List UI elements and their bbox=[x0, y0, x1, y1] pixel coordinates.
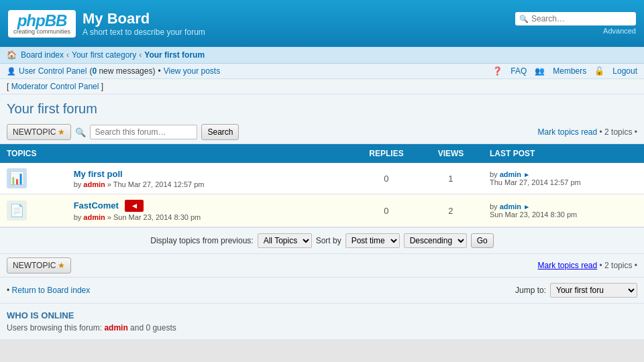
advanced-search-link[interactable]: Advanced bbox=[603, 27, 636, 35]
site-title-area: My Board A short text to describe your f… bbox=[83, 10, 205, 37]
col-header-lastpost: LAST POST bbox=[483, 144, 644, 163]
user-icon: 👤 bbox=[7, 67, 16, 76]
logout-link[interactable]: Logout bbox=[612, 66, 637, 76]
bottom-new-topic-star: ★ bbox=[58, 261, 65, 270]
new-topic-button[interactable]: NEWTOPIC★ bbox=[7, 124, 71, 140]
topic-title-link[interactable]: My first poll bbox=[74, 169, 123, 179]
topic-by: by admin » Thu Mar 27, 2014 12:57 pm bbox=[74, 180, 347, 188]
jump-to-area: Jump to: Your first foru bbox=[515, 283, 637, 298]
topic-lastpost-cell: by admin ► Sun Mar 23, 2014 8:30 pm bbox=[483, 194, 644, 227]
table-row: 📊 My first poll by admin » Thu Mar 27, 2… bbox=[0, 163, 644, 194]
mod-panel-link[interactable]: Moderator Control Panel bbox=[11, 82, 99, 91]
mark-topics-read-link[interactable]: Mark topics read bbox=[538, 127, 598, 137]
jump-to-label: Jump to: bbox=[515, 286, 546, 295]
table-row: 📄 FastComet ◄ by admin » Sun Mar 23, 201… bbox=[0, 194, 644, 227]
separator-dot: • bbox=[158, 66, 160, 76]
breadcrumb: 🏠 Board index ‹ Your first category ‹ Yo… bbox=[0, 47, 644, 64]
bottom-toolbar: NEWTOPIC★ Mark topics read • 2 topics • bbox=[0, 254, 644, 278]
topic-icon-cell: 📊 bbox=[0, 163, 67, 194]
sort-select[interactable]: Post time bbox=[345, 233, 400, 248]
user-bar-right: ❓FAQ 👥Members 🔓Logout bbox=[492, 66, 637, 76]
col-header-topics: TOPICS bbox=[0, 144, 354, 163]
topic-author-link[interactable]: admin bbox=[83, 180, 105, 188]
topic-icon-cell: 📄 bbox=[0, 194, 67, 227]
breadcrumb-board-index[interactable]: Board index bbox=[21, 50, 64, 60]
faq-link[interactable]: FAQ bbox=[511, 66, 527, 76]
return-board-index-link[interactable]: Return to Board index bbox=[12, 286, 91, 295]
bottom-new-topic-button[interactable]: NEWTOPIC★ bbox=[7, 257, 71, 274]
filter-label: Display topics from previous: bbox=[150, 236, 253, 245]
toolbar-separator: • bbox=[600, 127, 605, 137]
search-forum-button[interactable]: Search bbox=[201, 124, 239, 140]
logo-text: phpBB bbox=[17, 13, 67, 29]
breadcrumb-separator-1: ‹ bbox=[66, 50, 69, 60]
faq-icon: ❓ bbox=[492, 66, 502, 76]
filter-bar: Display topics from previous: All Topics… bbox=[0, 227, 644, 254]
lastpost-author-link[interactable]: admin bbox=[500, 202, 521, 210]
ucp-link[interactable]: User Control Panel bbox=[19, 66, 87, 76]
breadcrumb-separator-2: ‹ bbox=[139, 50, 142, 60]
lastpost-arrow: ► bbox=[523, 171, 530, 178]
members-icon: 👥 bbox=[535, 66, 545, 76]
header-search-box[interactable]: 🔍 bbox=[515, 12, 636, 25]
topic-author-link[interactable]: admin bbox=[83, 213, 105, 221]
topics-table-header: TOPICS REPLIES VIEWS LAST POST bbox=[0, 144, 644, 163]
topics-filter-select[interactable]: All Topics bbox=[258, 233, 312, 248]
topic-icon-img: 📊 bbox=[7, 168, 27, 188]
topic-views-cell: 1 bbox=[419, 163, 483, 194]
order-select[interactable]: Descending bbox=[404, 233, 467, 248]
breadcrumb-forum[interactable]: Your first forum bbox=[144, 50, 205, 60]
bottom-topics-count: 2 topics bbox=[604, 261, 632, 270]
lastpost-author-link[interactable]: admin bbox=[500, 170, 521, 178]
bullet-icon: • bbox=[7, 286, 9, 295]
phpbb-logo: phpBB creating communities bbox=[8, 10, 76, 38]
footer-left: • Return to Board index bbox=[7, 286, 90, 295]
sort-label: Sort by bbox=[316, 236, 341, 245]
topics-table: TOPICS REPLIES VIEWS LAST POST 📊 My firs… bbox=[0, 144, 644, 227]
who-online-title: WHO IS ONLINE bbox=[7, 310, 637, 320]
online-user-link[interactable]: admin bbox=[104, 323, 127, 333]
who-is-online-section: WHO IS ONLINE Users browsing this forum:… bbox=[0, 303, 644, 339]
site-header: phpBB creating communities My Board A sh… bbox=[0, 0, 644, 47]
messages-label: new messages bbox=[99, 66, 152, 76]
messages-info: (0 new messages) bbox=[89, 66, 155, 76]
bottom-mark-read-link[interactable]: Mark topics read bbox=[538, 261, 598, 270]
home-icon: 🏠 bbox=[7, 50, 17, 60]
go-button[interactable]: Go bbox=[471, 233, 494, 248]
toolbar-right: Mark topics read • 2 topics • bbox=[538, 127, 638, 137]
topic-title-link[interactable]: FastComet bbox=[74, 200, 119, 210]
header-search-input[interactable] bbox=[531, 14, 632, 23]
search-icon-small: 🔍 bbox=[75, 127, 86, 137]
toolbar-left: NEWTOPIC★ 🔍 Search bbox=[7, 124, 239, 140]
topic-replies-cell: 0 bbox=[354, 163, 419, 194]
col-header-replies: REPLIES bbox=[354, 144, 419, 163]
messages-count-link[interactable]: 0 bbox=[92, 66, 97, 76]
topics-toolbar: NEWTOPIC★ 🔍 Search Mark topics read • 2 … bbox=[0, 121, 644, 144]
forum-title-section: Your first forum bbox=[0, 95, 644, 121]
search-icon: 🔍 bbox=[519, 15, 529, 23]
who-online-text: Users browsing this forum: admin and 0 g… bbox=[7, 323, 637, 333]
topic-info-cell: My first poll by admin » Thu Mar 27, 201… bbox=[67, 163, 354, 194]
jump-to-select[interactable]: Your first foru bbox=[550, 283, 637, 298]
bottom-toolbar-right: Mark topics read • 2 topics • bbox=[538, 261, 638, 270]
logout-icon: 🔓 bbox=[594, 66, 604, 76]
forum-title: Your first forum bbox=[7, 101, 637, 117]
breadcrumb-category[interactable]: Your first category bbox=[72, 50, 136, 60]
view-posts-link[interactable]: View your posts bbox=[164, 66, 221, 76]
topic-icon-img: 📄 bbox=[7, 200, 27, 221]
logo-sub: creating communities bbox=[13, 29, 70, 35]
header-right: 🔍 Advanced bbox=[515, 12, 636, 35]
topics-count: 2 topics bbox=[604, 127, 632, 137]
topic-by: by admin » Sun Mar 23, 2014 8:30 pm bbox=[74, 213, 347, 221]
online-text-pre: Users browsing this forum: bbox=[7, 323, 102, 333]
bottom-separator: • bbox=[600, 261, 605, 270]
topic-views-cell: 2 bbox=[419, 194, 483, 227]
mod-bar: [ Moderator Control Panel ] bbox=[0, 79, 644, 95]
search-forum-input[interactable] bbox=[90, 125, 197, 139]
topic-lastpost-cell: by admin ► Thu Mar 27, 2014 12:57 pm bbox=[483, 163, 644, 194]
bottom-more: • bbox=[635, 261, 637, 270]
col-header-views: VIEWS bbox=[419, 144, 483, 163]
new-topic-label: NEWTOPIC bbox=[13, 127, 56, 137]
footer-links: • Return to Board index Jump to: Your fi… bbox=[0, 278, 644, 303]
members-link[interactable]: Members bbox=[553, 66, 586, 76]
